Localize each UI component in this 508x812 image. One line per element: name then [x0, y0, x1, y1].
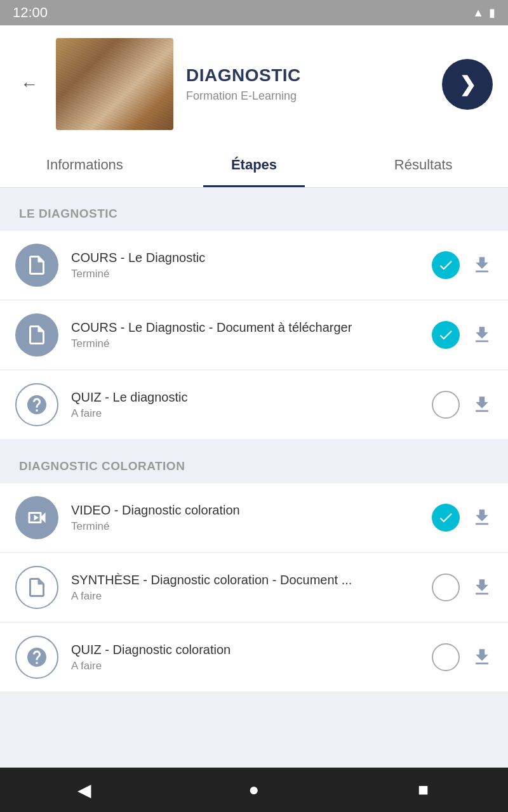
item-title: VIDEO - Diagnostic coloration: [71, 503, 419, 518]
course-image: [56, 38, 173, 130]
item-actions: [432, 643, 493, 671]
tab-etapes[interactable]: Étapes: [170, 143, 339, 187]
item-text: SYNTHÈSE - Diagnostic coloration - Docum…: [71, 573, 419, 603]
tabs: Informations Étapes Résultats: [0, 143, 508, 188]
course-title: DIAGNOSTIC: [186, 65, 429, 86]
check-icon: [438, 509, 454, 526]
completed-check: [432, 321, 460, 349]
completed-check: [432, 504, 460, 532]
item-actions: [432, 504, 493, 532]
item-icon-video: [15, 496, 58, 539]
item-status: A faire: [71, 660, 419, 672]
item-text: QUIZ - Diagnostic coloration A faire: [71, 643, 419, 672]
nav-back-button[interactable]: ◀: [65, 771, 104, 809]
back-button[interactable]: ←: [15, 69, 43, 100]
video-icon: [25, 506, 48, 529]
item-icon-document: [15, 313, 58, 357]
item-status: Terminé: [71, 337, 419, 350]
item-actions: [432, 391, 493, 419]
item-actions: [432, 573, 493, 601]
check-icon: [438, 327, 454, 343]
tab-resultats[interactable]: Résultats: [338, 143, 508, 187]
document-icon: [25, 576, 48, 599]
status-time: 12:00: [13, 4, 48, 21]
incomplete-circle: [432, 391, 460, 419]
download-icon[interactable]: [471, 394, 493, 416]
nav-home-button[interactable]: ●: [235, 771, 273, 809]
incomplete-circle: [432, 573, 460, 601]
download-icon[interactable]: [471, 507, 493, 528]
document-icon: [25, 254, 48, 277]
item-text: COURS - Le Diagnostic Terminé: [71, 251, 419, 280]
status-icons: ▲ ▮: [472, 6, 495, 20]
course-subtitle: Formation E-Learning: [186, 89, 429, 103]
list-item[interactable]: COURS - Le Diagnostic - Document à téléc…: [0, 301, 508, 369]
list-item[interactable]: COURS - Le Diagnostic Terminé: [0, 231, 508, 299]
content-area: LE DIAGNOSTIC COURS - Le Diagnostic Term…: [0, 188, 508, 768]
question-icon: [25, 393, 48, 416]
item-title: COURS - Le Diagnostic: [71, 251, 419, 265]
battery-icon: ▮: [489, 6, 495, 20]
signal-icon: ▲: [472, 6, 484, 20]
document-icon: [25, 324, 48, 346]
header: ← DIAGNOSTIC Formation E-Learning ❯: [0, 25, 508, 143]
section-header-diagnostic-coloration: DIAGNOSTIC COLORATION: [0, 440, 508, 483]
list-item[interactable]: SYNTHÈSE - Diagnostic coloration - Docum…: [0, 553, 508, 622]
item-icon-document-outline: [15, 566, 58, 609]
item-text: COURS - Le Diagnostic - Document à téléc…: [71, 320, 419, 350]
item-title: COURS - Le Diagnostic - Document à téléc…: [71, 320, 419, 335]
next-arrow-icon: ❯: [459, 72, 476, 96]
course-info: DIAGNOSTIC Formation E-Learning: [186, 65, 429, 103]
nav-recent-button[interactable]: ■: [404, 771, 443, 809]
item-title: SYNTHÈSE - Diagnostic coloration - Docum…: [71, 573, 419, 587]
next-button[interactable]: ❯: [442, 59, 493, 110]
download-icon[interactable]: [471, 324, 493, 346]
item-title: QUIZ - Diagnostic coloration: [71, 643, 419, 657]
bottom-nav: ◀ ● ■: [0, 768, 508, 812]
item-text: VIDEO - Diagnostic coloration Terminé: [71, 503, 419, 533]
list-item[interactable]: QUIZ - Le diagnostic A faire: [0, 370, 508, 439]
status-bar: 12:00 ▲ ▮: [0, 0, 508, 25]
download-icon[interactable]: [471, 254, 493, 276]
item-actions: [432, 321, 493, 349]
check-icon: [438, 257, 454, 273]
item-icon-document: [15, 244, 58, 287]
item-status: Terminé: [71, 268, 419, 280]
download-icon[interactable]: [471, 646, 493, 668]
list-item[interactable]: QUIZ - Diagnostic coloration A faire: [0, 623, 508, 691]
item-actions: [432, 251, 493, 279]
tab-informations[interactable]: Informations: [0, 143, 170, 187]
item-status: Terminé: [71, 520, 419, 533]
completed-check: [432, 251, 460, 279]
list-item[interactable]: VIDEO - Diagnostic coloration Terminé: [0, 483, 508, 552]
item-icon-question-outline: [15, 636, 58, 679]
item-title: QUIZ - Le diagnostic: [71, 390, 419, 405]
item-status: A faire: [71, 407, 419, 420]
course-thumbnail: [56, 38, 173, 130]
item-status: A faire: [71, 590, 419, 603]
question-icon: [25, 646, 48, 669]
download-icon[interactable]: [471, 577, 493, 598]
section-header-le-diagnostic: LE DIAGNOSTIC: [0, 188, 508, 231]
item-icon-question: [15, 383, 58, 426]
incomplete-circle: [432, 643, 460, 671]
item-text: QUIZ - Le diagnostic A faire: [71, 390, 419, 420]
